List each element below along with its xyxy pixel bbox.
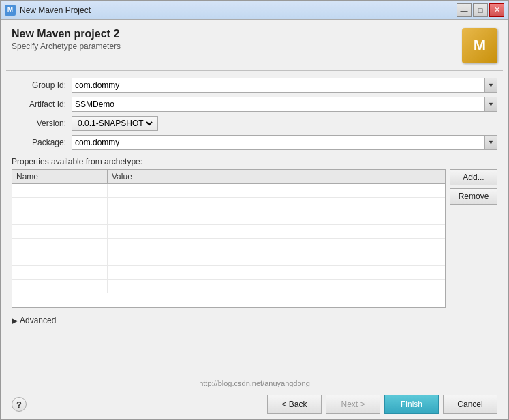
watermark: http://blog.csdn.net/anuyangdong [1,378,508,389]
table-header: Name Value [12,170,445,184]
help-button[interactable]: ? [12,397,27,412]
table-cell-name [12,239,108,252]
table-cell-name [12,266,108,279]
maven-logo: M [462,28,497,63]
group-id-row: Group Id: ▼ [12,78,497,93]
maximize-button[interactable]: □ [473,3,488,17]
version-label: Version: [12,119,66,128]
advanced-section[interactable]: ▶ Advanced [1,312,508,329]
table-row [12,225,445,239]
properties-container: Name Value [12,169,497,308]
column-name-header: Name [12,170,108,183]
table-cell-value [108,211,445,224]
bottom-left: ? [12,397,27,412]
content-area: New Maven project 2 Specify Archetype pa… [1,20,508,419]
minimize-button[interactable]: — [457,3,472,17]
maven-logo-letter: M [474,37,486,55]
artifact-id-input[interactable] [72,97,484,111]
group-id-field[interactable]: ▼ [72,78,497,93]
table-cell-name [12,184,108,197]
table-row [12,280,445,293]
table-cell-name [12,198,108,211]
version-select[interactable]: 0.0.1-SNAPSHOT [72,116,158,131]
header-text: New Maven project 2 Specify Archetype pa… [12,28,121,51]
table-cell-value [108,266,445,279]
table-row [12,198,445,211]
table-cell-value [108,239,445,252]
close-button[interactable]: ✕ [489,3,504,17]
next-button[interactable]: Next > [326,395,380,414]
back-button[interactable]: < Back [267,395,322,414]
column-value-header: Value [108,170,445,183]
remove-button[interactable]: Remove [450,188,497,205]
bottom-right: < Back Next > Finish Cancel [267,395,497,414]
table-cell-name [12,211,108,224]
window-icon: M [5,5,16,16]
table-cell-value [108,225,445,238]
properties-section: Properties available from archetype: Nam… [1,157,508,312]
table-row [12,252,445,266]
properties-section-label: Properties available from archetype: [12,157,497,166]
finish-button[interactable]: Finish [384,395,439,414]
add-button[interactable]: Add... [450,169,497,185]
artifact-id-field[interactable]: ▼ [72,97,497,112]
bottom-bar: ? < Back Next > Finish Cancel [1,389,508,419]
group-id-label: Group Id: [12,80,66,90]
table-cell-value [108,198,445,211]
artifact-id-row: Artifact Id: ▼ [12,97,497,112]
package-label: Package: [12,138,66,147]
table-row [12,266,445,280]
properties-buttons: Add... Remove [450,169,497,205]
artifact-id-dropdown-arrow[interactable]: ▼ [484,97,497,111]
cancel-button[interactable]: Cancel [443,395,497,414]
table-cell-value [108,184,445,197]
table-cell-value [108,280,445,292]
package-field[interactable]: ▼ [72,135,497,150]
package-dropdown-arrow[interactable]: ▼ [484,136,497,149]
title-bar-controls: — □ ✕ [457,3,504,17]
version-row: Version: 0.0.1-SNAPSHOT [12,116,497,131]
page-subtitle: Specify Archetype parameters [12,42,121,51]
window-icon-letter: M [7,6,13,14]
table-cell-name [12,280,108,292]
table-row [12,184,445,198]
spacer [1,329,508,378]
window-title: New Maven Project [20,5,91,15]
table-cell-name [12,225,108,238]
title-bar: M New Maven Project — □ ✕ [1,1,508,20]
package-input[interactable] [72,136,484,149]
advanced-label: Advanced [20,316,56,325]
main-window: M New Maven Project — □ ✕ New Maven proj… [0,0,509,420]
artifact-id-label: Artifact Id: [12,100,66,109]
group-id-input[interactable] [72,78,484,92]
table-row [12,239,445,252]
title-bar-left: M New Maven Project [5,5,91,16]
page-title: New Maven project 2 [12,28,121,40]
form-section: Group Id: ▼ Artifact Id: ▼ Version: [1,71,508,157]
header-section: New Maven project 2 Specify Archetype pa… [1,20,508,70]
properties-table: Name Value [12,169,446,308]
table-cell-value [108,252,445,265]
package-row: Package: ▼ [12,135,497,150]
table-row [12,211,445,225]
group-id-dropdown-arrow[interactable]: ▼ [484,78,497,92]
table-cell-name [12,252,108,265]
table-body [12,184,445,307]
advanced-arrow-icon: ▶ [12,316,17,325]
version-dropdown[interactable]: 0.0.1-SNAPSHOT [75,118,155,129]
